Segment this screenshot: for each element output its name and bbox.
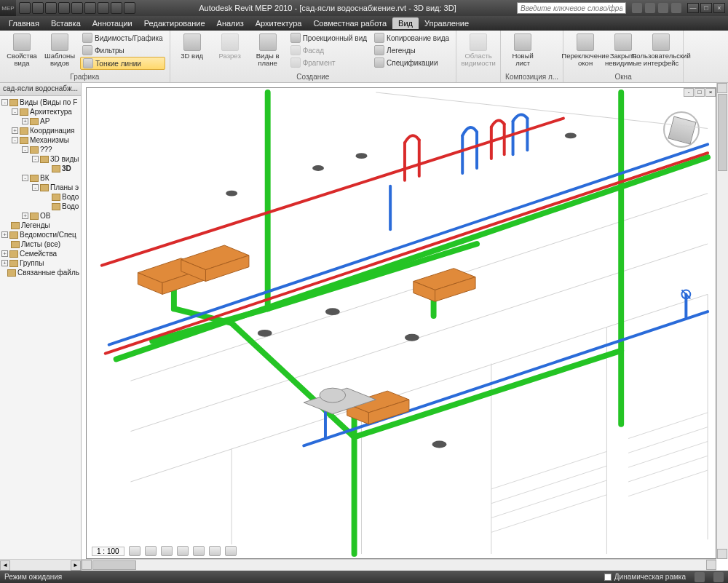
filters-button[interactable]: Фильтры [80,44,165,56]
favorites-icon[interactable] [658,3,668,13]
qat-print-icon[interactable] [84,2,96,14]
tree-node[interactable]: Водо [0,192,81,202]
scroll-left-icon[interactable]: ◄ [0,560,10,571]
hscroll-thumb[interactable] [92,560,136,570]
tab-редактирование[interactable]: Редактирование [138,17,211,29]
checkbox-icon[interactable] [604,574,612,581]
tree-node[interactable]: -Планы э [0,183,81,192]
tree-node[interactable]: 3D [0,164,81,173]
viewport-hscroll[interactable] [82,559,716,571]
expand-icon[interactable]: + [1,260,8,266]
qat-modify-icon[interactable] [98,2,109,14]
visibility-graphics-button[interactable]: Видимость/Графика [80,32,165,44]
view-templates-button[interactable]: Шаблоны видов [42,32,77,69]
hscroll-right-icon[interactable] [706,560,716,570]
expand-icon[interactable]: + [12,127,18,134]
hscroll-track[interactable] [137,560,706,571]
scroll-down-icon[interactable] [717,549,727,559]
tab-архитектура[interactable]: Архитектура [250,17,308,29]
view-scale[interactable]: 1 : 100 [92,547,124,556]
tree-node[interactable]: -Архитектура [0,107,81,116]
expand-icon[interactable]: - [12,137,18,143]
legends-button[interactable]: Легенды [372,44,451,56]
maximize-button[interactable]: □ [700,3,712,13]
scroll-right-icon[interactable]: ► [71,560,81,571]
tree-node[interactable]: -ВК [0,173,81,183]
infocenter-icon[interactable] [632,3,642,13]
tree-node[interactable]: +Семейства [0,249,81,258]
thin-lines-button[interactable]: Тонкие линии [80,57,165,70]
vscroll-thumb[interactable] [718,94,727,171]
tab-анализ[interactable]: Анализ [211,17,250,29]
qat-select-icon[interactable] [124,2,135,14]
tree-node[interactable]: -Механизмы [0,135,81,145]
duplicate-view-button[interactable]: Копирование вида [372,32,451,44]
tree-node[interactable]: -??? [0,145,81,154]
expand-icon[interactable]: - [12,108,18,115]
callout-button[interactable]: Фрагмент [288,57,369,68]
user-interface-button[interactable]: Пользовательский интерфейс [644,32,678,69]
tab-главная[interactable]: Главная [3,17,45,29]
3d-view-button[interactable]: 3D вид [175,32,210,61]
expand-icon[interactable]: - [32,156,39,162]
visual-style-icon[interactable] [145,546,157,556]
qat-open-icon[interactable] [32,2,44,14]
hide-isolate-icon[interactable] [225,546,237,556]
tree-node[interactable]: +Ведомости/Спец [0,230,81,239]
tree-node[interactable]: +АР [0,116,81,126]
tree-node[interactable]: Связанные файль [0,268,81,277]
scroll-up-icon[interactable] [717,83,727,93]
facade-button[interactable]: Фасад [288,44,369,56]
expand-icon[interactable]: + [1,250,8,257]
3d-drawing[interactable] [87,89,715,558]
editable-only-icon[interactable] [713,572,724,582]
view-properties-button[interactable]: Свойства вида [4,32,39,69]
tree-node[interactable]: +Группы [0,258,81,268]
crop-view-icon[interactable] [193,546,205,556]
tree-node[interactable]: +Координация [0,126,81,135]
qat-undo-icon[interactable] [58,2,70,14]
qat-sync-icon[interactable] [111,2,122,14]
tab-аннотации[interactable]: Аннотации [87,17,138,29]
filter-status-icon[interactable] [695,572,705,582]
tree-node[interactable]: Листы (все) [0,239,81,249]
tree-node[interactable]: Водо [0,202,81,211]
vscroll-track[interactable] [717,172,728,549]
tab-вставка[interactable]: Вставка [45,17,87,29]
tab-совместная работа[interactable]: Совместная работа [307,17,392,29]
shadows-icon[interactable] [177,546,189,556]
expand-icon[interactable]: - [22,146,28,153]
press-drag-checkbox[interactable]: Динамическая рамка [604,573,686,581]
scroll-track[interactable] [10,560,71,571]
comm-center-icon[interactable] [645,3,655,13]
tab-управление[interactable]: Управление [419,17,475,29]
expand-icon[interactable]: - [1,99,8,106]
plan-views-button[interactable]: Виды в плане [250,32,285,69]
crop-region-icon[interactable] [209,546,221,556]
qat-save-icon[interactable] [45,2,57,14]
browser-hscroll[interactable]: ◄ ► [0,559,81,571]
tree-node[interactable]: -Виды (Виды по F [0,98,81,107]
minimize-button[interactable]: — [687,3,699,13]
qat-redo-icon[interactable] [71,2,83,14]
help-icon[interactable] [671,3,681,13]
expand-icon[interactable]: + [22,118,28,124]
hscroll-left-icon[interactable] [82,560,92,570]
viewport-vscroll[interactable] [716,83,728,559]
tree-node[interactable]: Легенды [0,221,81,230]
tree-node[interactable]: +ОВ [0,211,81,221]
section-button[interactable]: Разрез [213,32,248,61]
expand-icon[interactable]: - [32,184,39,191]
browser-tab[interactable]: сад-ясли водоснабж... [0,83,81,96]
schedules-button[interactable]: Спецификации [372,57,451,68]
search-input[interactable] [517,2,626,14]
switch-windows-button[interactable]: Переключение окон [568,32,603,69]
expand-icon[interactable]: + [1,231,8,238]
tree-node[interactable]: -3D виды [0,154,81,164]
expand-icon[interactable]: - [22,175,28,181]
scope-box-button[interactable]: Область видимости [461,32,496,69]
tab-вид[interactable]: Вид [392,17,419,29]
qat-new-icon[interactable] [19,2,31,14]
new-sheet-button[interactable]: Новый лист [505,32,540,69]
detail-level-icon[interactable] [129,546,141,556]
